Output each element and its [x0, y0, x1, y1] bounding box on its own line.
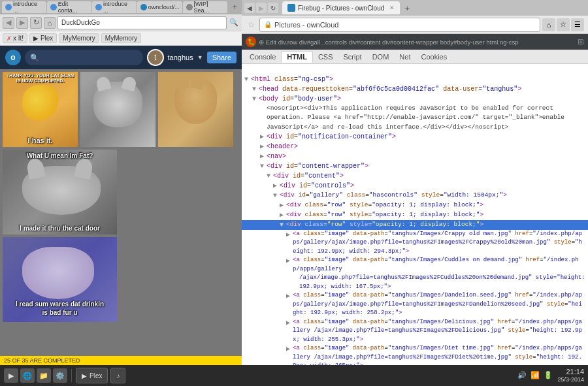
source-line-content[interactable]: ▼ <div id="content"> [242, 171, 588, 181]
tab-html[interactable]: HTML [281, 51, 313, 63]
forward-button[interactable]: ▶ [16, 17, 28, 29]
ff-tab-close-icon[interactable]: ✕ [389, 5, 395, 11]
ff-home-icon[interactable]: ⌂ [542, 18, 555, 31]
gallery-item-lays[interactable]: THANK YOU. YOUR CAT SCANIS NOW COMPLETED… [3, 72, 78, 147]
tab-edit-conta[interactable]: Edit conta... [47, 1, 91, 13]
source-line-notification[interactable]: ▶ <div id="notification-container"> [242, 132, 588, 142]
taskbar-separator [71, 369, 72, 382]
left-browser-panel: introduce ... Edit conta... introduce ..… [0, 0, 242, 365]
right-browser-panel: ◀ ▶ ↻ Firebug - Pictures - ownCloud ✕ + … [242, 0, 588, 365]
search-icon: 🔍 [229, 18, 239, 28]
search-bar-container: 🔍 [25, 50, 143, 65]
source-line-gallery[interactable]: ▼ <div id="gallery" class="hascontrols" … [242, 191, 588, 201]
devtools-container: Console HTML CSS Script DOM Ne [242, 50, 588, 365]
bookmark-mymemory-1[interactable]: MyMemory [59, 33, 99, 43]
ff-address-bar[interactable]: 🔒 Pictures - ownCloud [259, 18, 540, 32]
source-line-head[interactable]: ▼ <head data-requesttoken="abf6f6c5ca0d0… [242, 84, 588, 94]
source-line-row1[interactable]: ▶ <div class="row" style="opacity: 1; di… [242, 201, 588, 210]
source-line-row2[interactable]: ▶ <div class="row" style="opacity: 1; di… [242, 210, 588, 220]
address-bar[interactable]: DuckDuckGo [57, 16, 227, 29]
share-button[interactable]: Share [207, 52, 237, 63]
system-tray: 🔊 📶 🔋 21:14 25/3-2014 [517, 367, 584, 384]
ff-back-btn[interactable]: ◀ [244, 3, 255, 13]
source-line-row3-selected[interactable]: ▼ <div class="row" style="opacity: 1; di… [242, 220, 588, 230]
source-line-noscript[interactable]: <noscript><div>This application requires… [242, 104, 588, 132]
source-line-header[interactable]: ▶ <header> [242, 142, 588, 152]
taskbar-icon-3[interactable]: 📁 [37, 368, 51, 383]
tray-icon-1[interactable]: 🔊 [517, 370, 527, 381]
reload-button[interactable]: ↻ [30, 17, 42, 29]
source-line-a2[interactable]: ▶ <a class="image" data-path="tanghus/Im… [242, 256, 588, 274]
source-line-nav[interactable]: ▶ <nav> [242, 152, 588, 161]
taskbar-icon-1[interactable]: ▶ [4, 368, 18, 383]
tab-introduce-2[interactable]: introduce ... [92, 1, 137, 13]
tray-icon-3[interactable]: 🔋 [543, 370, 553, 381]
drunk-cat-text: I read sum wares dat drinkinis bad fur u [3, 300, 117, 317]
ff-bookmark-icon[interactable]: ☆ [557, 18, 570, 31]
source-line-html[interactable]: ▼ <html class="ng-csp"> [242, 74, 588, 84]
source-line-a4[interactable]: ▶ <a class="image" data-path="tanghus/Im… [242, 318, 588, 345]
ff-reload-btn[interactable]: ↻ [268, 3, 278, 13]
tab-cookies[interactable]: Cookies [416, 52, 452, 62]
source-line-body[interactable]: ▼ <body id="body-user"> [242, 94, 588, 104]
gallery-item-fat-cat[interactable]: What U mean Im Fat? I made it thru the c… [3, 150, 117, 234]
ff-address-text: Pictures - ownCloud [274, 21, 536, 29]
gallery-item-orange-cat[interactable] [158, 72, 233, 147]
tab-net[interactable]: Net [394, 52, 416, 62]
expand-icon[interactable]: ⊞ [578, 37, 584, 46]
source-line-content-wrapper[interactable]: ▼ <div id="content-wrapper"> [242, 161, 588, 171]
bookmark-plex[interactable]: ▶ Plex [29, 33, 57, 43]
tab-css[interactable]: CSS [313, 52, 338, 62]
ff-tab-bar: ◀ ▶ ↻ Firebug - Pictures - ownCloud ✕ + [242, 0, 588, 16]
source-line-a2-cont[interactable]: /ajax/image.php?file=tanghus%2FImages%2F… [242, 274, 588, 291]
search-input[interactable] [42, 54, 133, 61]
bookmarks-bar: ✗ x It! ▶ Plex MyMemory MyMemory [0, 31, 242, 46]
taskbar-icon-4[interactable]: ⚙️ [53, 368, 67, 383]
ff-tab-add-btn[interactable]: + [401, 2, 413, 14]
source-line-doctype[interactable] [242, 64, 588, 74]
bookmark-mymemory-2[interactable]: MyMemory [101, 33, 141, 43]
html-source-panel: ▼ <html class="ng-csp"> ▼ <head data-req… [242, 64, 588, 365]
tab-add-button[interactable]: + [229, 2, 240, 12]
tab-introduce-1[interactable]: introduce ... [2, 1, 46, 13]
gallery-item-gray-cat[interactable] [80, 72, 155, 147]
ff-tab-pictures[interactable]: Firebug - Pictures - ownCloud ✕ [282, 1, 400, 14]
gallery-row-1: THANK YOU. YOUR CAT SCANIS NOW COMPLETED… [3, 72, 239, 147]
gallery-row-3: I read sum wares dat drinkinis bad fur u [3, 237, 239, 322]
ff-bookmark-star[interactable]: ☆ [246, 19, 257, 31]
home-button[interactable]: ⌂ [44, 17, 56, 29]
breadcrumb-display: ⊕ Edit div.row div#gall...controls div#c… [259, 39, 575, 46]
username: tanghus [168, 54, 193, 61]
source-line-a5[interactable]: ▶ <a class="image" data-path="tanghus/Im… [242, 344, 588, 365]
owncloud-header: o 🔍 t tanghus ▼ Share [0, 46, 242, 69]
source-line-controls[interactable]: ▶ <div id="controls"> [242, 181, 588, 191]
left-tab-bar: introduce ... Edit conta... introduce ..… [0, 0, 242, 14]
tab-dom[interactable]: DOM [367, 52, 395, 62]
taskbar-clock: 21:14 25/3-2014 [557, 367, 584, 384]
search-icon-oc: 🔍 [30, 54, 39, 62]
tab-script[interactable]: Script [338, 52, 367, 62]
bookmark-xit[interactable]: ✗ x It! [3, 33, 27, 43]
gallery-item-drunk-cat[interactable]: I read sum wares dat drinkinis bad fur u [3, 237, 117, 322]
gallery-row-2: What U mean Im Fat? I made it thru the c… [3, 150, 239, 234]
tray-icon-2[interactable]: 📶 [530, 370, 540, 381]
ff-forward-btn[interactable]: ▶ [256, 3, 267, 13]
taskbar-window-music[interactable]: ♪ [110, 368, 125, 383]
tab-wip-sea[interactable]: [WIP] Sea... [183, 1, 228, 13]
user-avatar: t [147, 49, 164, 66]
tray-icons: 🔊 📶 🔋 [517, 370, 553, 381]
source-line-a3[interactable]: ▶ <a class="image" data-path="tanghus/Im… [242, 291, 588, 318]
gallery-container: THANK YOU. YOUR CAT SCANIS NOW COMPLETED… [0, 69, 242, 356]
tab-console[interactable]: Console [244, 52, 281, 62]
ff-menu-icon[interactable]: ☰ [571, 18, 584, 31]
notification-bar: 25 OF 35 ARE COMPLETED [0, 356, 242, 365]
fat-cat-top-text: What U mean Im Fat? [3, 152, 117, 159]
ff-nav-bar: ☆ 🔒 Pictures - ownCloud ⌂ ☆ ☰ [242, 16, 588, 34]
back-button[interactable]: ◀ [3, 17, 14, 29]
address-text: DuckDuckGo [61, 19, 100, 26]
tab-owncloud[interactable]: owncloud/... [137, 1, 182, 13]
taskbar-window-plex[interactable]: ▶Plex [76, 368, 108, 383]
firebug-toolbar: 🐛 ⊕ Edit div.row div#gall...controls div… [242, 34, 588, 50]
taskbar-icon-2[interactable]: 🌐 [20, 368, 35, 383]
source-line-a1[interactable]: ▶ <a class="image" data-path="tanghus/Im… [242, 230, 588, 257]
